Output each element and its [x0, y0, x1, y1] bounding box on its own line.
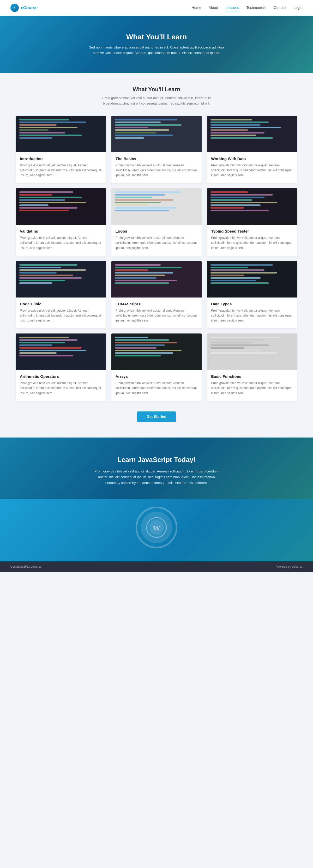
powered-text: Powered by eCourse: [276, 565, 303, 568]
section-title: What You'll Learn: [15, 86, 298, 93]
lesson-card-title: Working With Data: [211, 156, 293, 161]
lesson-card-desc: Proin gravida nibh vel velit auctor aliq…: [20, 381, 102, 396]
hero-subtitle: Sed non mauris vitae erat consequat auct…: [89, 45, 224, 56]
bottom-bar: Copyright 2021 eCourse Powered by eCours…: [0, 561, 313, 572]
lesson-card[interactable]: Validating Proin gravida nibh vel velit …: [15, 188, 106, 256]
lesson-card-title: Arrays: [116, 374, 198, 379]
lesson-card-title: Typing Speed Tester: [211, 229, 293, 234]
lesson-card-title: Validating: [20, 229, 102, 234]
nav-lessons[interactable]: Lessons: [225, 4, 239, 11]
lesson-card-desc: Proin gravida nibh vel velit auctor aliq…: [20, 163, 102, 178]
lesson-card[interactable]: ECMAScript 6 Proin gravida nibh vel veli…: [112, 261, 202, 329]
lesson-card[interactable]: Data Types Proin gravida nibh vel velit …: [207, 261, 298, 329]
lesson-card-desc: Proin gravida nibh vel velit auctor aliq…: [20, 308, 102, 323]
nav-login[interactable]: Login: [294, 4, 303, 11]
lesson-card[interactable]: Arrays Proin gravida nibh vel velit auct…: [112, 334, 202, 401]
logo-text: eCourse: [21, 5, 37, 10]
lesson-card[interactable]: Loops Proin gravida nibh vel velit aucto…: [112, 188, 202, 256]
lesson-card[interactable]: Working With Data Proin gravida nibh vel…: [207, 116, 298, 183]
footer-cta-title: Learn JavaScript Today!: [10, 456, 303, 464]
lesson-card[interactable]: The Basics Proin gravida nibh vel velit …: [112, 116, 202, 183]
lesson-card-desc: Proin gravida nibh vel velit auctor aliq…: [211, 308, 293, 323]
lesson-card-desc: Proin gravida nibh vel velit auctor aliq…: [20, 236, 102, 251]
lesson-card-title: ECMAScript 6: [116, 302, 198, 306]
lesson-card-image: [15, 116, 106, 152]
lesson-card-title: Arithmetic Operators: [20, 374, 102, 379]
lesson-card-desc: Proin gravida nibh vel velit auctor aliq…: [116, 381, 198, 396]
lesson-card-title: Loops: [116, 229, 198, 234]
lesson-card-image: [112, 188, 202, 225]
lesson-card-image: [15, 334, 106, 370]
nav-contact[interactable]: Contact: [274, 4, 286, 11]
svg-text:W: W: [153, 524, 160, 532]
lesson-card-image: [207, 261, 298, 298]
lesson-card-title: Introduction: [20, 156, 102, 161]
lesson-card-desc: Proin gravida nibh vel velit auctor aliq…: [116, 308, 198, 323]
cta-wrap: Get Started: [15, 411, 298, 422]
footer-cta-section: Learn JavaScript Today! Proin gravida ni…: [0, 437, 313, 499]
lesson-card-desc: Proin gravida nibh vel velit auctor aliq…: [116, 163, 198, 178]
lesson-card-image: [112, 261, 202, 298]
navbar: e eCourse Home About Lessons Testimonial…: [0, 0, 313, 16]
lesson-card[interactable]: Typing Speed Tester Proin gravida nibh v…: [207, 188, 298, 256]
lesson-card-title: The Basics: [116, 156, 198, 161]
lesson-card-image: [207, 334, 298, 370]
footer-cta-text: Proin gravida nibh vel velit auctor aliq…: [94, 469, 219, 486]
section-subtitle: Proin gravida nibh vel velit auctor aliq…: [102, 95, 211, 106]
lesson-card-desc: Proin gravida nibh vel velit auctor aliq…: [116, 236, 198, 251]
main-section: What You'll Learn Proin gravida nibh vel…: [0, 73, 313, 437]
lesson-card[interactable]: Basic Functions Proin gravida nibh vel v…: [207, 334, 298, 401]
lesson-card[interactable]: Code Clinic Proin gravida nibh vel velit…: [15, 261, 106, 329]
lesson-card-image: [112, 116, 202, 152]
lesson-card-image: [112, 334, 202, 370]
nav-about[interactable]: About: [209, 4, 218, 11]
lesson-card-title: Data Types: [211, 302, 293, 306]
wp-logo: W: [136, 507, 177, 548]
lesson-card-desc: Proin gravida nibh vel velit auctor aliq…: [211, 163, 293, 178]
lesson-card-image: [15, 261, 106, 298]
get-started-button[interactable]: Get Started: [137, 411, 176, 422]
hero-title: What You'll Learn: [89, 33, 224, 41]
lesson-card-image: [207, 116, 298, 152]
nav-testimonials[interactable]: Testimonials: [246, 4, 266, 11]
hero-section: What You'll Learn Sed non mauris vitae e…: [0, 16, 313, 73]
lesson-card-title: Basic Functions: [211, 374, 293, 379]
lessons-grid: Introduction Proin gravida nibh vel veli…: [15, 116, 298, 401]
nav-links: Home About Lessons Testimonials Contact …: [191, 4, 303, 11]
lesson-card-image: [207, 188, 298, 225]
nav-home[interactable]: Home: [191, 4, 201, 11]
lesson-card-desc: Proin gravida nibh vel velit auctor aliq…: [211, 236, 293, 251]
lesson-card[interactable]: Introduction Proin gravida nibh vel veli…: [15, 116, 106, 183]
wp-icon: W: [141, 512, 172, 543]
logo[interactable]: e eCourse: [10, 4, 37, 12]
lesson-card[interactable]: Arithmetic Operators Proin gravida nibh …: [15, 334, 106, 401]
lesson-card-title: Code Clinic: [20, 302, 102, 306]
lesson-card-desc: Proin gravida nibh vel velit auctor aliq…: [211, 381, 293, 396]
footer-wp-area: W: [0, 499, 313, 561]
logo-icon: e: [10, 4, 19, 12]
copyright-text: Copyright 2021 eCourse: [10, 565, 41, 568]
lesson-card-image: [15, 188, 106, 225]
